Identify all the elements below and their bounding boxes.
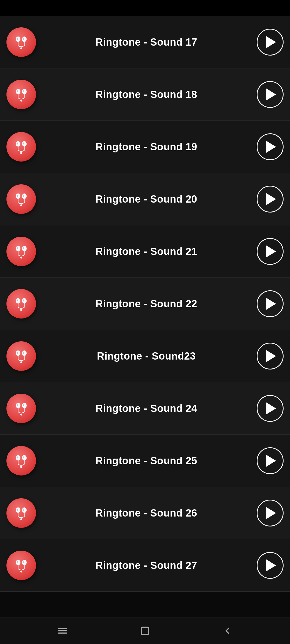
list-item: Ringtone - Sound23 (0, 330, 290, 382)
play-button-24[interactable] (257, 395, 284, 422)
svg-point-31 (22, 246, 27, 251)
svg-point-29 (17, 247, 18, 249)
svg-point-46 (23, 352, 24, 354)
svg-point-4 (23, 38, 24, 40)
ringtone-title-25: Ringtone - Sound 25 (36, 455, 257, 467)
play-button-22[interactable] (257, 290, 284, 317)
svg-point-36 (17, 299, 18, 301)
svg-point-11 (23, 90, 24, 92)
svg-point-45 (22, 350, 27, 356)
ringtone-title-23: Ringtone - Sound23 (36, 350, 257, 362)
ringtone-title-17: Ringtone - Sound 17 (36, 36, 257, 48)
svg-point-50 (17, 404, 18, 406)
ringtone-title-20: Ringtone - Sound 20 (36, 193, 257, 205)
svg-point-62 (20, 466, 22, 468)
svg-point-24 (22, 193, 27, 199)
svg-point-49 (16, 403, 20, 408)
svg-point-57 (17, 456, 18, 458)
ringtone-icon-20 (6, 184, 36, 214)
ringtone-title-26: Ringtone - Sound 26 (36, 507, 257, 519)
play-triangle-icon (266, 141, 276, 153)
play-button-20[interactable] (257, 186, 284, 213)
ringtone-icon-23 (6, 341, 36, 371)
play-triangle-icon (266, 89, 276, 100)
svg-point-41 (20, 309, 22, 311)
play-triangle-icon (266, 559, 276, 571)
play-triangle-icon (266, 298, 276, 310)
svg-point-71 (17, 561, 18, 563)
svg-point-48 (20, 361, 22, 363)
svg-point-28 (16, 246, 20, 251)
svg-point-69 (20, 518, 22, 520)
svg-point-73 (22, 560, 27, 565)
play-button-27[interactable] (257, 552, 284, 579)
list-item: Ringtone - Sound 22 (0, 278, 290, 330)
menu-icon[interactable] (57, 625, 68, 636)
svg-point-20 (20, 152, 22, 154)
play-button-21[interactable] (257, 238, 284, 265)
ringtone-title-22: Ringtone - Sound 22 (36, 298, 257, 310)
svg-point-0 (16, 36, 20, 42)
svg-point-14 (16, 141, 20, 147)
svg-point-21 (16, 193, 20, 199)
svg-point-43 (17, 352, 18, 354)
ringtone-icon-17 (6, 27, 36, 57)
svg-point-27 (20, 204, 22, 206)
svg-point-60 (23, 456, 24, 458)
play-triangle-icon (266, 402, 276, 414)
play-button-18[interactable] (257, 81, 284, 108)
svg-point-10 (22, 89, 27, 94)
ringtone-icon-25 (6, 446, 36, 475)
play-triangle-icon (266, 193, 276, 205)
play-button-19[interactable] (257, 133, 284, 160)
svg-point-22 (17, 195, 18, 197)
svg-point-17 (22, 141, 27, 147)
ringtone-icon-27 (6, 551, 36, 580)
svg-point-76 (20, 570, 22, 572)
play-triangle-icon (266, 507, 276, 519)
svg-point-3 (22, 36, 27, 42)
svg-point-38 (22, 298, 27, 303)
ringtone-list: Ringtone - Sound 17 (0, 16, 290, 617)
svg-point-70 (16, 560, 20, 565)
svg-point-66 (22, 507, 27, 513)
back-icon[interactable] (222, 625, 233, 636)
play-button-25[interactable] (257, 447, 284, 474)
ringtone-title-19: Ringtone - Sound 19 (36, 141, 257, 153)
list-item: Ringtone - Sound 18 (0, 68, 290, 121)
list-item: Ringtone - Sound 20 (0, 173, 290, 225)
list-item: Ringtone - Sound 27 (0, 539, 290, 592)
svg-point-56 (16, 455, 20, 460)
svg-point-15 (17, 142, 18, 144)
svg-point-18 (23, 142, 24, 144)
ringtone-icon-18 (6, 80, 36, 109)
ringtone-title-21: Ringtone - Sound 21 (36, 246, 257, 257)
svg-point-35 (16, 298, 20, 303)
svg-point-25 (23, 195, 24, 197)
ringtone-title-18: Ringtone - Sound 18 (36, 89, 257, 100)
play-triangle-icon (266, 36, 276, 48)
list-item: Ringtone - Sound 21 (0, 225, 290, 278)
svg-point-53 (23, 404, 24, 406)
play-button-17[interactable] (257, 29, 284, 56)
play-button-26[interactable] (257, 500, 284, 526)
play-triangle-icon (266, 246, 276, 257)
svg-rect-80 (142, 627, 149, 634)
play-button-23[interactable] (257, 343, 284, 369)
list-item: Ringtone - Sound 19 (0, 121, 290, 173)
svg-point-13 (20, 100, 22, 101)
svg-point-1 (17, 38, 18, 40)
ringtone-icon-26 (6, 498, 36, 528)
svg-point-55 (20, 414, 22, 415)
svg-point-42 (16, 350, 20, 356)
svg-point-8 (17, 90, 18, 92)
play-triangle-icon (266, 455, 276, 467)
home-icon[interactable] (140, 625, 150, 636)
svg-point-39 (23, 299, 24, 301)
list-item: Ringtone - Sound 26 (0, 487, 290, 539)
ringtone-title-27: Ringtone - Sound 27 (36, 560, 257, 571)
svg-point-59 (22, 455, 27, 460)
top-bar (0, 0, 290, 16)
svg-point-6 (20, 47, 22, 49)
svg-point-67 (23, 509, 24, 511)
